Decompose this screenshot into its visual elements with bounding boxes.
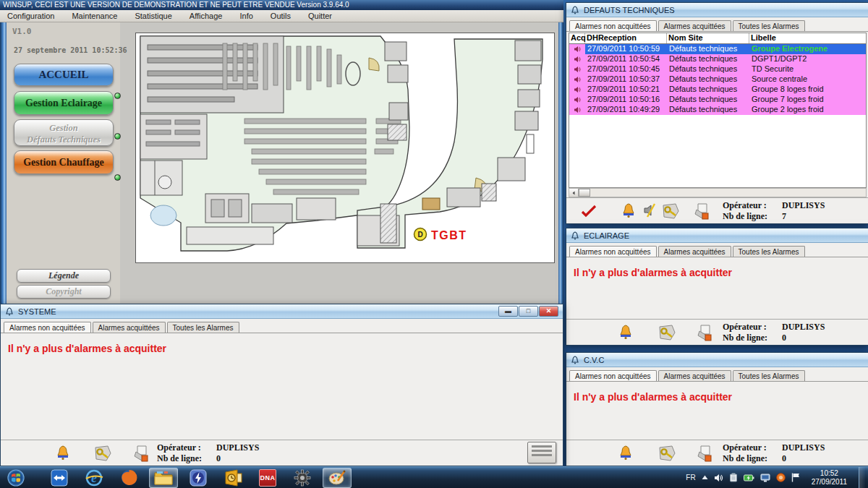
small-button[interactable] (527, 442, 556, 463)
systeme-titlebar[interactable]: SYSTEME ▬ □ ✕ (1, 304, 563, 319)
legende-button[interactable]: Légende (17, 269, 111, 283)
eclairage-titlebar[interactable]: ECLAIRAGE (566, 228, 868, 243)
alarm-row[interactable]: 27/09/2011 10:50:16 Défauts techniques G… (569, 95, 866, 105)
tab-alarmes-acquittees[interactable]: Alarmes acquittées (658, 246, 731, 257)
taskbar-gear-icon[interactable] (288, 468, 317, 488)
show-desktop-button[interactable] (859, 467, 865, 488)
key-icon[interactable] (658, 324, 676, 341)
bell-icon[interactable] (621, 202, 636, 218)
alarm-row[interactable]: 27/09/2011 10:50:59 Défauts techniques G… (569, 44, 866, 54)
key-icon[interactable] (661, 202, 680, 220)
alarm-row[interactable]: 27/09/2011 10:50:54 Défauts techniques D… (569, 54, 866, 64)
speaker-icon[interactable] (569, 44, 585, 54)
systeme-window-title: SYSTEME (18, 307, 56, 316)
alarm-row[interactable]: 27/09/2011 10:50:37 Défauts techniques S… (569, 74, 866, 85)
nb-ligne-label: Nb de ligne: (723, 211, 782, 222)
speaker-icon[interactable] (569, 54, 585, 64)
acknowledge-check-icon[interactable] (581, 205, 597, 218)
alarm-bell-icon (571, 231, 579, 240)
battery-tray-icon[interactable] (744, 474, 754, 482)
gestion-defauts-line1: Gestion (49, 123, 78, 133)
gestion-defauts-button[interactable]: Gestion Défauts Techniques (14, 119, 114, 146)
taskbar-explorer-icon[interactable] (149, 468, 178, 488)
menu-info[interactable]: Info (239, 12, 252, 20)
tab-toutes-les-alarmes[interactable]: Toutes les Alarmes (733, 246, 805, 257)
flag-tray-icon[interactable] (791, 473, 800, 482)
tab-toutes-les-alarmes[interactable]: Toutes les Alarmes (167, 322, 239, 333)
volume-icon[interactable] (714, 474, 723, 482)
maximize-button[interactable]: □ (519, 306, 538, 317)
alarm-row[interactable]: 27/09/2011 10:50:45 Défauts techniques T… (569, 64, 866, 74)
speaker-icon[interactable] (569, 74, 585, 85)
menu-configuration[interactable]: Configuration (7, 12, 54, 20)
svg-text:e: e (91, 471, 97, 485)
nb-ligne-label: Nb de ligne: (723, 453, 782, 464)
taskbar-powerchute-icon[interactable] (184, 468, 213, 488)
gestion-chauffage-button[interactable]: Gestion Chauffage (14, 150, 114, 174)
cvc-window: C.V.C Alarmes non acquittées Alarmes acq… (566, 352, 868, 466)
speaker-icon[interactable] (569, 85, 585, 95)
bell-icon[interactable] (618, 445, 633, 461)
printer-icon[interactable] (697, 445, 712, 462)
bell-icon[interactable] (56, 445, 70, 461)
defauts-window-title: DEFAUTS TECHNIQUES (584, 6, 675, 14)
defauts-toolbar: Opérateur : DUPLISYS Nb de ligne: 7 (566, 197, 868, 223)
printer-icon[interactable] (697, 324, 712, 341)
defauts-titlebar[interactable]: DEFAUTS TECHNIQUES (566, 3, 868, 17)
start-button[interactable] (3, 468, 29, 488)
network-tray-icon[interactable] (760, 474, 770, 482)
scroll-left-arrow-icon[interactable] (569, 189, 579, 197)
floor-plan-canvas[interactable]: D TGBT (135, 33, 555, 263)
speaker-icon[interactable] (569, 64, 585, 74)
alarm-row[interactable]: 27/09/2011 10:50:21 Défauts techniques G… (569, 85, 866, 95)
tab-alarmes-non-acquittees[interactable]: Alarmes non acquittées (4, 322, 91, 333)
taskbar-teamviewer-icon[interactable] (45, 468, 74, 488)
speaker-icon[interactable] (569, 105, 585, 115)
taskbar-dna-icon[interactable]: DNA (253, 468, 282, 488)
tab-alarmes-non-acquittees[interactable]: Alarmes non acquittées (569, 246, 657, 257)
clock-date: 27/09/2011 (812, 478, 847, 487)
minimize-button[interactable]: ▬ (498, 306, 518, 317)
tab-alarmes-acquittees[interactable]: Alarmes acquittées (658, 20, 731, 31)
taskbar-outlook-icon[interactable] (218, 468, 247, 488)
language-indicator[interactable]: FR (686, 474, 695, 481)
tab-toutes-les-alarmes[interactable]: Toutes les Alarmes (733, 370, 805, 381)
tab-alarmes-acquittees[interactable]: Alarmes acquittées (658, 370, 731, 381)
key-icon[interactable] (658, 445, 676, 462)
key-icon[interactable] (93, 445, 112, 462)
operator-block: Opérateur : DUPLISYS Nb de ligne: 0 (723, 442, 864, 464)
tab-toutes-les-alarmes[interactable]: Toutes les Alarmes (733, 20, 805, 31)
close-button[interactable]: ✕ (539, 306, 558, 317)
cvc-titlebar[interactable]: C.V.C (566, 353, 868, 367)
menu-maintenance[interactable]: Maintenance (72, 12, 117, 20)
taskbar-ie-icon[interactable]: e (80, 468, 109, 488)
clipboard-tray-icon[interactable] (729, 473, 738, 482)
menu-affichage[interactable]: Affichage (190, 12, 223, 20)
printer-icon[interactable] (694, 202, 710, 220)
alarm-table[interactable]: Acq DHReception Nom Site Libelle 27/09/2… (569, 33, 867, 188)
speaker-icon[interactable] (569, 95, 585, 105)
menu-statistique[interactable]: Statistique (135, 12, 171, 20)
bell-icon[interactable] (618, 324, 633, 340)
gestion-eclairage-button[interactable]: Gestion Eclairage (14, 91, 114, 115)
tray-up-arrow-icon[interactable] (702, 475, 708, 480)
main-window-titlebar[interactable]: WINSUP, CECI EST UNE VERSION DE DEMONSTR… (0, 0, 563, 10)
clock[interactable]: 10:52 27/09/2011 (806, 469, 853, 487)
tab-alarmes-non-acquittees[interactable]: Alarmes non acquittées (569, 20, 657, 31)
copyright-button[interactable]: Copyright (17, 285, 111, 299)
printer-icon[interactable] (133, 445, 149, 462)
taskbar-winsup-palette-icon[interactable] (323, 468, 352, 488)
tab-alarmes-acquittees[interactable]: Alarmes acquittées (93, 322, 166, 333)
taskbar-firefox-icon[interactable] (114, 468, 143, 488)
menu-outils[interactable]: Outils (271, 12, 291, 20)
menu-quitter[interactable]: Quitter (308, 12, 332, 20)
antivirus-tray-icon[interactable] (776, 473, 786, 482)
tab-alarmes-non-acquittees[interactable]: Alarmes non acquittées (569, 370, 657, 381)
alarm-row[interactable]: 27/09/2011 10:49:29 Défauts techniques G… (569, 105, 866, 115)
horizontal-scrollbar[interactable] (569, 188, 867, 197)
mute-speaker-icon[interactable] (643, 202, 658, 218)
scrollbar-thumb[interactable] (579, 189, 590, 197)
accueil-button[interactable]: ACCUEIL (14, 64, 114, 86)
col-nom-site: Nom Site (667, 33, 749, 43)
operator-block: Opérateur : DUPLISYS Nb de ligne: 0 (157, 442, 309, 464)
